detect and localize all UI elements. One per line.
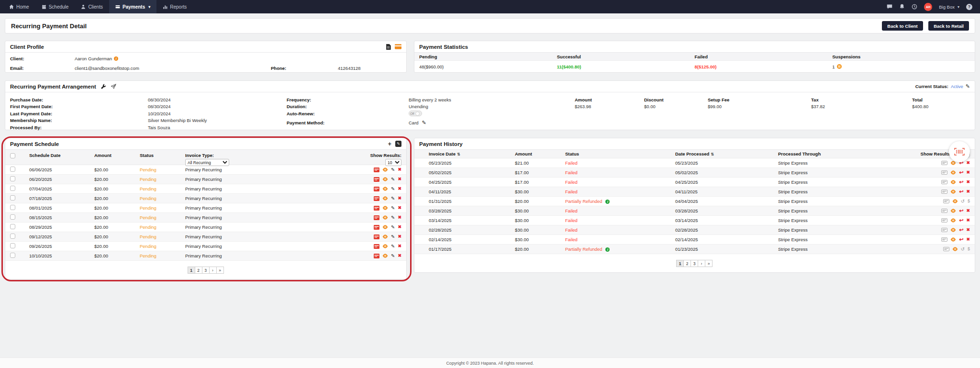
- view-icon[interactable]: [382, 167, 388, 172]
- current-status-value[interactable]: Active: [951, 84, 963, 89]
- select-all-checkbox[interactable]: [10, 153, 15, 158]
- row-checkbox[interactable]: [10, 234, 15, 239]
- edit-icon[interactable]: ✎: [391, 244, 395, 249]
- view-icon[interactable]: [950, 237, 956, 242]
- view-icon[interactable]: [952, 247, 958, 251]
- bill-now-icon[interactable]: [374, 167, 379, 172]
- bill-now-icon[interactable]: [374, 244, 379, 249]
- refund-info-icon[interactable]: i: [605, 247, 610, 252]
- page-button[interactable]: 1: [676, 260, 684, 267]
- client-info-icon[interactable]: i: [114, 56, 118, 61]
- note-icon[interactable]: [386, 44, 391, 50]
- view-icon[interactable]: [382, 196, 388, 201]
- row-checkbox[interactable]: [10, 176, 15, 181]
- row-checkbox[interactable]: [10, 186, 15, 191]
- receipt-icon[interactable]: [941, 228, 947, 232]
- refund-info-icon[interactable]: i: [605, 200, 610, 204]
- back-to-client-button[interactable]: Back to Client: [882, 21, 923, 31]
- receipt-icon[interactable]: [941, 209, 947, 213]
- row-checkbox[interactable]: [10, 195, 15, 201]
- edit-icon[interactable]: ✎: [391, 196, 395, 201]
- refund-amount-icon[interactable]: $: [968, 247, 970, 251]
- invoice-type-select[interactable]: All Recurring: [185, 159, 229, 166]
- void-icon[interactable]: ✖: [966, 190, 970, 194]
- nav-item-clients[interactable]: Clients: [75, 0, 109, 13]
- view-icon[interactable]: [382, 187, 388, 191]
- view-icon[interactable]: [950, 228, 956, 232]
- delete-icon[interactable]: ✖: [398, 187, 401, 191]
- view-icon[interactable]: [382, 225, 388, 229]
- refund-icon[interactable]: ↩: [959, 237, 963, 242]
- invoice-date-column[interactable]: Invoice Date⇅: [429, 151, 515, 156]
- row-checkbox[interactable]: [10, 253, 15, 258]
- edit-status-icon[interactable]: ✎: [966, 84, 970, 89]
- pause-icon[interactable]: [837, 64, 842, 69]
- refund-icon[interactable]: ↩: [959, 170, 963, 175]
- void-icon[interactable]: ✖: [966, 218, 970, 223]
- row-checkbox[interactable]: [10, 214, 15, 220]
- view-icon[interactable]: [950, 170, 956, 175]
- view-icon[interactable]: [952, 199, 958, 203]
- refund-history-icon[interactable]: ↺: [961, 247, 965, 252]
- bill-now-icon[interactable]: [374, 253, 379, 258]
- view-icon[interactable]: [382, 177, 388, 181]
- view-icon[interactable]: [950, 209, 956, 213]
- receipt-icon[interactable]: [941, 237, 947, 242]
- refund-icon[interactable]: ↩: [959, 179, 963, 185]
- nav-item-payments[interactable]: Payments ▾: [109, 0, 156, 13]
- page-button[interactable]: ›: [698, 260, 705, 267]
- view-icon[interactable]: [382, 244, 388, 248]
- edit-payment-method-icon[interactable]: ✎: [422, 120, 426, 125]
- page-button[interactable]: 1: [188, 267, 195, 274]
- page-button[interactable]: 2: [683, 260, 691, 267]
- bulk-edit-icon[interactable]: ✎: [395, 141, 401, 147]
- send-icon[interactable]: [111, 84, 116, 89]
- auto-renew-toggle[interactable]: Off: [409, 111, 422, 116]
- edit-icon[interactable]: ✎: [391, 167, 395, 172]
- bill-now-icon[interactable]: [374, 186, 379, 191]
- void-icon[interactable]: ✖: [966, 209, 970, 213]
- edit-icon[interactable]: ✎: [391, 206, 395, 211]
- date-processed-column[interactable]: Date Processed⇅: [675, 151, 778, 156]
- avatar[interactable]: AH: [924, 3, 932, 11]
- delete-icon[interactable]: ✖: [398, 215, 401, 220]
- edit-icon[interactable]: ✎: [391, 225, 395, 230]
- page-button[interactable]: 3: [202, 267, 210, 274]
- org-switcher[interactable]: Big Box ▾: [939, 4, 959, 10]
- nav-item-reports[interactable]: Reports: [156, 0, 193, 13]
- row-checkbox[interactable]: [10, 205, 15, 210]
- sort-icon[interactable]: ⇅: [457, 152, 460, 156]
- refund-icon[interactable]: ↩: [959, 218, 963, 223]
- refund-amount-icon[interactable]: $: [968, 199, 970, 203]
- view-icon[interactable]: [950, 218, 956, 223]
- receipt-icon[interactable]: [943, 247, 949, 251]
- receipt-icon[interactable]: [943, 199, 949, 203]
- row-checkbox[interactable]: [10, 167, 15, 172]
- clock-icon[interactable]: [912, 4, 917, 10]
- refund-icon[interactable]: ↩: [959, 227, 963, 233]
- page-button[interactable]: »: [216, 267, 224, 274]
- page-button[interactable]: 2: [195, 267, 202, 274]
- receipt-icon[interactable]: [941, 218, 947, 223]
- refund-icon[interactable]: ↩: [959, 208, 963, 213]
- bill-now-icon[interactable]: [374, 205, 379, 211]
- add-payment-icon[interactable]: +: [388, 141, 391, 147]
- page-button[interactable]: 3: [690, 260, 698, 267]
- nav-item-schedule[interactable]: Schedule: [35, 0, 75, 13]
- edit-icon[interactable]: ✎: [391, 234, 395, 239]
- receipt-icon[interactable]: [941, 170, 947, 175]
- delete-icon[interactable]: ✖: [398, 225, 401, 229]
- refund-icon[interactable]: ↩: [959, 189, 963, 194]
- delete-icon[interactable]: ✖: [398, 196, 401, 201]
- view-icon[interactable]: [382, 215, 388, 220]
- receipt-icon[interactable]: [941, 190, 947, 194]
- delete-icon[interactable]: ✖: [398, 254, 401, 258]
- bell-icon[interactable]: [899, 4, 905, 10]
- nav-item-home[interactable]: Home: [3, 0, 35, 13]
- void-icon[interactable]: ✖: [966, 170, 970, 175]
- bill-now-icon[interactable]: [374, 196, 379, 201]
- void-icon[interactable]: ✖: [966, 161, 970, 165]
- view-icon[interactable]: [382, 254, 388, 258]
- delete-icon[interactable]: ✖: [398, 206, 401, 210]
- view-icon[interactable]: [382, 206, 388, 210]
